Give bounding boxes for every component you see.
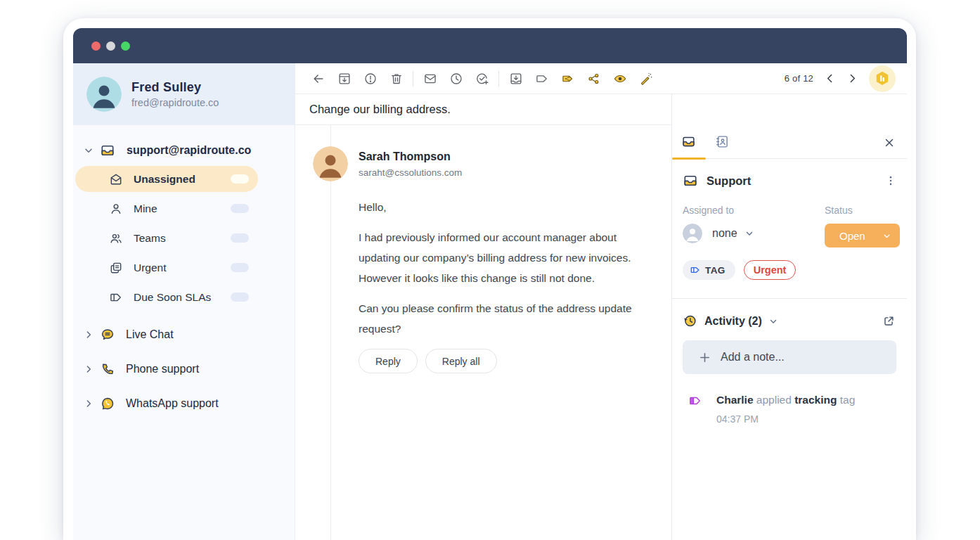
content-area: 6 of 12 Change our billing address. — [295, 63, 907, 540]
chevron-down-icon — [83, 145, 94, 156]
active-tab-underline — [672, 158, 706, 160]
person-icon — [109, 202, 123, 216]
sidebar-item-label: Mine — [134, 202, 157, 215]
sidebar-item-label: Urgent — [134, 262, 167, 274]
sidebar-item-label: Due Soon SLAs — [134, 291, 211, 304]
close-window-button[interactable] — [91, 41, 101, 51]
assigned-to-block: Assigned to none — [683, 205, 825, 248]
sidebar-item-teams[interactable]: Teams — [75, 225, 258, 251]
phone-icon — [100, 361, 115, 377]
channel-label: Phone support — [126, 363, 199, 375]
chat-bubble-icon — [100, 327, 115, 342]
sidebar-item-urgent[interactable]: Urgent — [75, 255, 258, 281]
sidebar-mailbox-support[interactable]: support@rapidroute.co — [73, 136, 295, 165]
share-icon[interactable] — [581, 68, 607, 90]
mailbox-label: support@rapidroute.co — [127, 144, 251, 157]
add-tag-chip[interactable]: TAG — [683, 260, 735, 280]
back-icon[interactable] — [305, 68, 331, 90]
status-dropdown-button[interactable]: Open — [825, 224, 900, 248]
sidebar-item-due-soon-slas[interactable]: Due Soon SLAs — [75, 284, 258, 310]
sender-email: saraht@cssolutions.com — [359, 167, 462, 178]
plus-icon — [699, 352, 711, 364]
close-panel-icon[interactable] — [883, 136, 896, 149]
move-to-icon[interactable] — [503, 68, 529, 90]
sidebar-item-mine[interactable]: Mine — [75, 195, 258, 221]
chevron-down-icon[interactable] — [768, 316, 778, 326]
chevron-right-icon — [83, 329, 94, 340]
message-paragraph: I had previously informed our account ma… — [359, 227, 645, 288]
user-name: Fred Sulley — [131, 80, 219, 95]
sidebar-item-phone-support[interactable]: Phone support — [73, 352, 295, 386]
urgent-tag-chip[interactable]: Urgent — [744, 260, 797, 280]
contact-card-icon — [715, 134, 730, 149]
reply-all-button[interactable]: Reply all — [425, 349, 497, 373]
channel-label: WhatsApp support — [126, 397, 219, 410]
kebab-menu-icon[interactable] — [884, 174, 897, 187]
unread-pill — [231, 174, 249, 184]
activity-actor: Charlie — [716, 394, 754, 406]
sidebar-item-live-chat[interactable]: Live Chat — [73, 317, 295, 352]
assignee-value: none — [712, 227, 737, 240]
hiver-account-avatar[interactable] — [869, 65, 896, 92]
unread-pill — [231, 263, 249, 272]
app-body: Fred Sulley fred@rapidroute.co support@r… — [73, 63, 907, 540]
tab-contact-details[interactable] — [715, 134, 740, 149]
tab-inbox-details[interactable] — [681, 134, 706, 149]
hiver-logo-icon — [873, 70, 891, 88]
sidebar-item-whatsapp-support[interactable]: WhatsApp support — [73, 386, 295, 420]
toolbar-divider — [498, 71, 499, 86]
toolbar-divider — [413, 71, 413, 86]
tag-icon[interactable] — [529, 68, 555, 90]
subscribers-icon[interactable] — [607, 68, 633, 90]
chevron-right-icon — [83, 398, 94, 409]
thread-timeline — [330, 125, 331, 540]
sidebar-item-label: Unassigned — [134, 173, 195, 186]
conversation-pane: Change our billing address. Sarah Thomps… — [295, 94, 671, 540]
inbox-icon — [100, 143, 115, 158]
inbox-icon — [683, 173, 698, 188]
close-conversation-icon[interactable] — [469, 68, 495, 90]
previous-conversation-icon[interactable] — [824, 72, 836, 84]
people-icon — [109, 231, 123, 245]
trash-icon[interactable] — [383, 68, 409, 90]
minimize-window-button[interactable] — [106, 41, 115, 51]
assignee-selector[interactable]: none — [683, 224, 825, 243]
window-titlebar — [73, 28, 907, 63]
snooze-icon[interactable] — [443, 68, 469, 90]
unread-pill — [231, 233, 249, 243]
reply-button[interactable]: Reply — [359, 349, 418, 373]
conversation-toolbar: 6 of 12 — [295, 63, 907, 94]
activity-entry: Charlie applied tracking tag 04:37 PM — [672, 374, 907, 425]
user-email: fred@rapidroute.co — [131, 97, 219, 108]
next-conversation-icon[interactable] — [846, 72, 858, 84]
report-icon[interactable] — [357, 68, 383, 90]
status-block: Status Open — [825, 205, 900, 248]
status-value: Open — [839, 230, 865, 242]
add-note-placeholder: Add a note... — [721, 351, 785, 364]
app-window: Fred Sulley fred@rapidroute.co support@r… — [63, 18, 916, 540]
unread-pill — [231, 292, 249, 302]
sidebar-item-unassigned[interactable]: Unassigned — [75, 166, 258, 192]
panel-tabs — [672, 94, 907, 159]
activity-timestamp: 04:37 PM — [716, 413, 855, 425]
status-label: Status — [825, 205, 900, 216]
chevron-down-icon — [882, 231, 891, 240]
panel-inbox-name: Support — [707, 174, 751, 188]
add-note-input[interactable]: Add a note... — [683, 340, 896, 374]
assignee-avatar-placeholder — [683, 224, 702, 243]
pagination-count: 6 of 12 — [785, 73, 813, 84]
user-card: Fred Sulley fred@rapidroute.co — [73, 63, 295, 125]
automation-icon[interactable] — [633, 68, 659, 90]
mail-icon[interactable] — [417, 68, 443, 90]
tags-row: TAG Urgent — [672, 248, 907, 280]
details-panel: Support Assigned to none — [671, 94, 907, 540]
maximize-window-button[interactable] — [121, 41, 130, 51]
archive-icon[interactable] — [331, 68, 357, 90]
shared-tag-icon[interactable] — [555, 68, 581, 90]
panel-inbox-row: Support — [672, 159, 907, 188]
open-activity-external-icon[interactable] — [882, 314, 896, 328]
urgent-chip-label: Urgent — [754, 264, 787, 276]
whatsapp-icon — [100, 396, 115, 411]
message-paragraph: Can you please confirm the status of the… — [359, 298, 645, 339]
copies-icon — [109, 261, 123, 275]
